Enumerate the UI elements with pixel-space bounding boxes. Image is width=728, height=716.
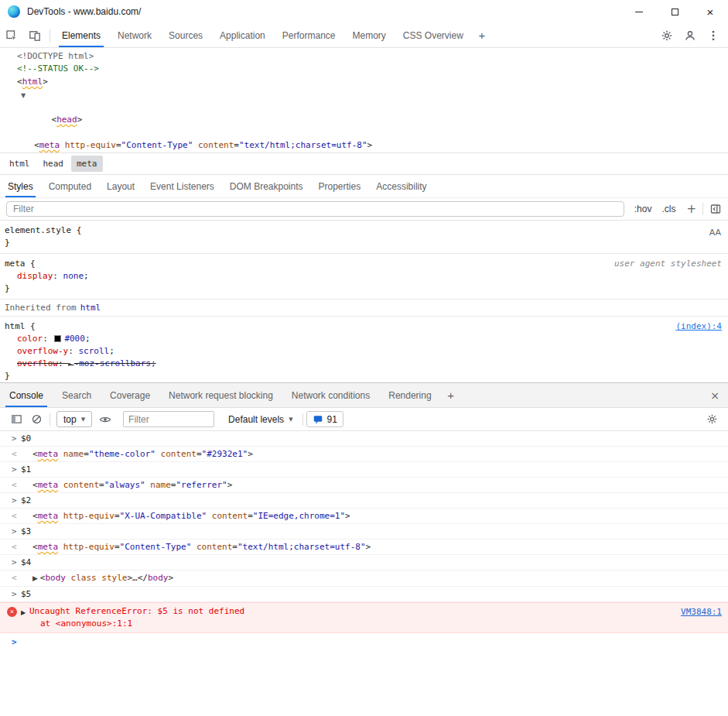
dom-node-head[interactable]: ▼ <head> <box>0 88 728 139</box>
create-live-expression-button[interactable] <box>95 410 115 429</box>
maximize-icon <box>672 9 678 15</box>
tab-accessibility[interactable]: Accessibility <box>368 175 434 197</box>
tab-application[interactable]: Application <box>211 23 274 47</box>
tab-coverage[interactable]: Coverage <box>101 383 159 407</box>
css-selector-line[interactable]: html { <box>3 320 723 333</box>
result-node[interactable]: <meta content="always" name="referrer"> <box>32 480 232 490</box>
dom-node-comment[interactable]: <!--STATUS OK--> <box>0 63 728 75</box>
inherited-node-link[interactable]: html <box>80 302 101 314</box>
tab-search[interactable]: Search <box>53 383 101 407</box>
console-sidebar-toggle-button[interactable] <box>6 410 26 429</box>
command-text: $3 <box>21 526 31 536</box>
tab-performance[interactable]: Performance <box>274 23 344 47</box>
console-filter-input[interactable] <box>123 411 214 427</box>
console-toolbar-divider <box>302 413 303 426</box>
chevron-down-icon: ▼ <box>81 416 85 423</box>
css-property-overflow-overridden[interactable]: overflow: ▸ -moz-scrollbars; <box>3 358 723 370</box>
styles-filter-input[interactable] <box>6 201 624 217</box>
minimize-icon <box>635 12 643 12</box>
tab-css-overview[interactable]: CSS Overview <box>395 23 472 47</box>
command-text: $1 <box>21 464 31 474</box>
inspect-element-button[interactable] <box>0 23 23 47</box>
console-prompt[interactable]: > <box>0 633 728 649</box>
log-levels-dropdown[interactable]: Default levels ▼ <box>228 414 292 425</box>
computed-sidebar-toggle-button[interactable] <box>709 203 722 215</box>
console-result: <<meta http-equiv="X-UA-Compatible" cont… <box>0 509 728 524</box>
issues-count: 91 <box>327 414 337 425</box>
dom-node-meta-xua[interactable]: <meta http-equiv="X-UA-Compatible" conte… <box>0 152 728 152</box>
error-source-link[interactable]: VM3848:1 <box>681 606 722 618</box>
javascript-context-selector[interactable]: top ▼ <box>56 411 92 427</box>
expand-error-icon[interactable]: ▶ <box>21 607 26 619</box>
element-classes-button[interactable]: .cls <box>661 204 675 214</box>
css-close-brace[interactable]: } <box>3 237 723 249</box>
add-drawer-tab-button[interactable]: + <box>441 383 461 407</box>
tab-network-request-blocking[interactable]: Network request blocking <box>159 383 282 407</box>
input-chevron-icon: > <box>12 462 21 477</box>
settings-button[interactable] <box>655 23 678 47</box>
maximize-button[interactable] <box>657 0 692 23</box>
error-stack-frame: at <anonymous>:1:1 <box>29 618 666 630</box>
add-panel-button[interactable]: + <box>472 23 492 47</box>
result-node[interactable]: <meta http-equiv="X-UA-Compatible" conte… <box>32 511 350 521</box>
console-command: >$5 <box>0 587 728 602</box>
dom-node-html[interactable]: <html> <box>0 76 728 88</box>
result-node[interactable]: <meta name="theme-color" content="#2932e… <box>32 449 253 459</box>
close-button[interactable]: × <box>692 0 728 23</box>
new-style-rule-button[interactable]: + <box>686 202 696 216</box>
css-property-overflow-y[interactable]: overflow-y: scroll; <box>3 345 723 358</box>
font-editor-toggle-icon[interactable]: AA <box>709 227 721 239</box>
console-command: >$0 <box>0 431 728 447</box>
console-settings-button[interactable] <box>702 410 722 429</box>
tab-styles[interactable]: Styles <box>0 175 41 197</box>
console-drawer: Console Search Coverage Network request … <box>0 382 728 716</box>
dom-node-meta-content-type[interactable]: <meta http-equiv="Content-Type" content=… <box>0 139 728 152</box>
css-property-display[interactable]: display: none; <box>3 270 723 283</box>
tab-event-listeners[interactable]: Event Listeners <box>142 175 222 197</box>
dock-sidebar-icon <box>709 203 722 215</box>
css-close-brace[interactable]: } <box>3 283 723 295</box>
tab-properties[interactable]: Properties <box>311 175 369 197</box>
person-icon <box>684 29 696 42</box>
collapse-node-icon[interactable]: ▼ <box>21 90 26 102</box>
issues-counter-button[interactable]: 91 <box>306 411 343 427</box>
tab-elements[interactable]: Elements <box>53 23 109 47</box>
result-node-body[interactable]: ▶ <body class style>…</body> <box>32 573 173 583</box>
close-drawer-button[interactable]: × <box>702 383 728 407</box>
output-chevron-icon: < <box>12 478 21 492</box>
toggle-element-state-button[interactable]: :hov <box>634 204 652 214</box>
inherited-from-header: Inherited from html <box>0 300 728 317</box>
tab-memory[interactable]: Memory <box>344 23 395 47</box>
tab-sources[interactable]: Sources <box>160 23 211 47</box>
tab-computed[interactable]: Computed <box>41 175 99 197</box>
window-controls: × <box>621 0 728 23</box>
dom-node-doctype[interactable]: <!DOCTYPE html> <box>0 50 728 63</box>
clear-console-button[interactable] <box>26 410 46 429</box>
tab-rendering[interactable]: Rendering <box>379 383 440 407</box>
css-property-color[interactable]: color: #000; <box>3 333 723 345</box>
css-selector-line[interactable]: element.style { <box>3 224 723 237</box>
tab-layout[interactable]: Layout <box>99 175 142 197</box>
toolbar-right-actions <box>655 23 728 47</box>
css-close-brace[interactable]: } <box>3 370 723 382</box>
tab-dom-breakpoints[interactable]: DOM Breakpoints <box>222 175 311 197</box>
filter-bar-divider <box>702 203 703 215</box>
tab-network-conditions[interactable]: Network conditions <box>282 383 379 407</box>
breadcrumb-item-meta[interactable]: meta <box>71 156 103 172</box>
device-toolbar-button[interactable] <box>23 23 46 47</box>
minimize-button[interactable] <box>621 0 657 23</box>
error-icon: × <box>7 607 17 617</box>
breadcrumb-item-html[interactable]: html <box>4 156 36 172</box>
panel-tabs: Elements Network Sources Application Per… <box>53 23 492 47</box>
drawer-tabs: Console Search Coverage Network request … <box>0 383 728 408</box>
style-rule-html: html { color: #000; overflow-y: scroll; … <box>0 317 728 382</box>
breadcrumb-item-head[interactable]: head <box>38 156 70 172</box>
feedback-button[interactable] <box>678 23 702 47</box>
tab-network[interactable]: Network <box>109 23 160 47</box>
prompt-chevron-icon: > <box>12 635 21 649</box>
result-node[interactable]: <meta http-equiv="Content-Type" content=… <box>32 542 371 552</box>
tab-console[interactable]: Console <box>0 383 53 407</box>
output-chevron-icon: < <box>12 509 21 523</box>
stylesheet-source-link[interactable]: (index):4 <box>675 321 722 331</box>
more-options-button[interactable] <box>702 23 725 47</box>
